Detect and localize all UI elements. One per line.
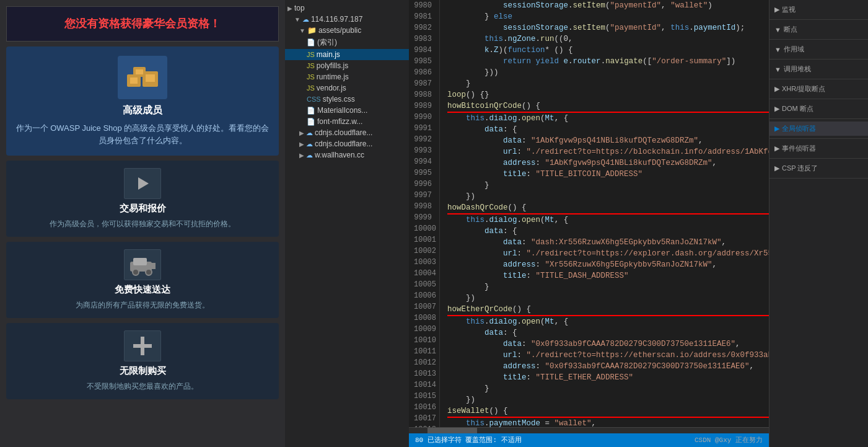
section-global-listener-header[interactable]: ▶ 全局侦听器 bbox=[769, 122, 868, 136]
tree-item-main-js[interactable]: JS main.js bbox=[285, 49, 409, 60]
svg-rect-5 bbox=[136, 69, 143, 74]
tree-item-vendor[interactable]: JS vendor.js bbox=[285, 82, 409, 94]
section-event-listener-header[interactable]: ▶ 事件侦听器 bbox=[769, 141, 868, 156]
tree-item-cdnjs2[interactable]: ▶ ☁ cdnjs.cloudflare... bbox=[285, 138, 409, 149]
section-monitor: ▶ 监视 bbox=[769, 0, 868, 20]
tree-item-runtime[interactable]: JS runtime.js bbox=[285, 71, 409, 82]
line-9992: data: { bbox=[447, 124, 769, 135]
svg-point-9 bbox=[133, 269, 139, 275]
line-9989: loop() {} bbox=[447, 89, 769, 100]
line-9995: address: "1AbKfgvw9psQ41NBLi8kufDQTezwG8… bbox=[447, 157, 769, 169]
line-10002: data: { bbox=[447, 226, 769, 237]
h-scrollbar[interactable] bbox=[409, 427, 769, 433]
line-9986: })) bbox=[447, 67, 769, 78]
line-9980: sessionStorage.setItem("paymentId", "wal… bbox=[447, 0, 769, 11]
tree-item-cdnjs1[interactable]: ▶ ☁ cdnjs.cloudflare... bbox=[285, 127, 409, 138]
event-listener-arrow-icon: ▶ bbox=[774, 144, 779, 153]
line-9987: } bbox=[447, 78, 769, 89]
status-bar: 80 已选择字符 覆盖范围: 不适用 CSDN @Gxy 正在努力 bbox=[409, 433, 769, 447]
section-event-listener: ▶ 事件侦听器 bbox=[769, 139, 868, 159]
tree-item-fontmfizz[interactable]: 📄 font-mfizz.w... bbox=[285, 116, 409, 127]
section-csp-label: CSP 违反了 bbox=[782, 164, 818, 173]
membership-card: 高级成员 作为一个 OWASP Juice Shop 的高级会员享受惊人的好处。… bbox=[6, 46, 279, 156]
feature-card-delivery: 免费快速送达 为商店的所有产品获得无限的免费送货。 bbox=[6, 242, 279, 318]
membership-title: 高级成员 bbox=[123, 104, 162, 117]
section-csp-header[interactable]: ▶ CSP 违反了 bbox=[769, 161, 868, 175]
watermark: CSDN @Gxy 正在努力 bbox=[695, 435, 763, 446]
line-9996: title: "TITLE_BITCOIN_ADDRESS" bbox=[447, 169, 769, 180]
line-9984: k.Z)(function* () { bbox=[447, 45, 769, 56]
line-9997: } bbox=[447, 180, 769, 191]
line-10007: } bbox=[447, 281, 769, 293]
section-scope-header[interactable]: ▼ 作用域 bbox=[769, 42, 868, 56]
line-10020: iseWallet() { bbox=[447, 405, 769, 418]
tree-item-polyfills[interactable]: JS polyfills.js bbox=[285, 60, 409, 71]
line-10013: data: "0x0f933ab9fCAAA782D0279C300D73750… bbox=[447, 339, 769, 350]
global-listener-arrow-icon: ▶ bbox=[774, 125, 779, 133]
csp-arrow-icon: ▶ bbox=[774, 164, 779, 172]
line-9983: this.ngZone.run((0, bbox=[447, 33, 769, 45]
line-10001: this.dialog.open(Mt, { bbox=[447, 215, 769, 226]
line-10010: howEtherQrCode() { bbox=[447, 304, 769, 316]
tree-item-ip[interactable]: ▼ ☁ 114.116.97.187 bbox=[285, 14, 409, 25]
left-card-panel: 您没有资格获得豪华会员资格！ 高级成员 作为一个 OWASP Juice Sho… bbox=[0, 0, 285, 447]
right-debug-panel: ▶ 监视 ▼ 断点 ▼ 作用域 ▼ 调用堆栈 ▶ XHR/提取断 bbox=[769, 0, 868, 447]
section-xhr: ▶ XHR/提取断点 bbox=[769, 79, 868, 99]
svg-rect-8 bbox=[133, 258, 147, 265]
line-10018: }) bbox=[447, 394, 769, 405]
tree-item-assets-public[interactable]: ▼ 📁 assets/public bbox=[285, 25, 409, 36]
boxes-icon bbox=[124, 62, 161, 93]
membership-icon-box bbox=[118, 56, 167, 99]
section-monitor-header[interactable]: ▶ 监视 bbox=[769, 2, 868, 17]
svg-rect-11 bbox=[151, 263, 156, 269]
callstack-arrow-icon: ▼ bbox=[774, 66, 781, 73]
scope-arrow-icon: ▼ bbox=[774, 46, 781, 53]
section-event-listener-label: 事件侦听器 bbox=[782, 144, 816, 153]
section-callstack-label: 调用堆栈 bbox=[784, 64, 811, 74]
section-breakpoints-header[interactable]: ▼ 断点 bbox=[769, 22, 868, 37]
tree-item-top[interactable]: ▶ top bbox=[285, 2, 409, 14]
section-global-listener: ▶ 全局侦听器 bbox=[769, 119, 868, 139]
section-breakpoints-label: 断点 bbox=[784, 25, 797, 34]
error-banner: 您没有资格获得豪华会员资格！ bbox=[6, 6, 279, 42]
line-10004: url: "./redirect?to=https://explorer.das… bbox=[447, 248, 769, 259]
line-9990: howBitcoinQrCode() { bbox=[447, 100, 769, 113]
section-dom: ▶ DOM 断点 bbox=[769, 99, 868, 119]
svg-marker-6 bbox=[138, 177, 149, 190]
code-content: 9980 9981 9982 9983 9984 9985 9986 9987 … bbox=[409, 0, 769, 447]
play-icon bbox=[124, 168, 161, 199]
plus-icon bbox=[124, 330, 161, 361]
line-10016: title: "TITLE_ETHER_ADDRESS" bbox=[447, 372, 769, 383]
line-9991: this.dialog.open(Mt, { bbox=[447, 113, 769, 124]
feature-title-unlimited: 无限制购买 bbox=[120, 365, 166, 377]
line-9981: } else bbox=[447, 11, 769, 22]
feature-card-deals: 交易和报价 作为高级会员，你可以获得独家交易和不可抗拒的价格。 bbox=[6, 161, 279, 237]
section-global-listener-label: 全局侦听器 bbox=[782, 124, 816, 133]
code-editor[interactable]: 9980 9981 9982 9983 9984 9985 9986 9987 … bbox=[409, 0, 769, 447]
code-lines: sessionStorage.setItem("paymentId", "wal… bbox=[440, 0, 769, 447]
feature-desc-delivery: 为商店的所有产品获得无限的免费送货。 bbox=[76, 299, 209, 311]
tree-item-index[interactable]: 📄 (索引) bbox=[285, 36, 409, 49]
svg-point-10 bbox=[146, 269, 152, 275]
membership-desc: 作为一个 OWASP Juice Shop 的高级会员享受惊人的好处。看看您的会… bbox=[15, 122, 270, 146]
feature-card-unlimited: 无限制购买 不受限制地购买您最喜欢的产品。 bbox=[6, 323, 279, 399]
line-10006: title: "TITLE_DASH_ADDRESS" bbox=[447, 270, 769, 281]
feature-desc-deals: 作为高级会员，你可以获得独家交易和不可抗拒的价格。 bbox=[50, 218, 235, 229]
line-numbers: 9980 9981 9982 9983 9984 9985 9986 9987 … bbox=[409, 0, 440, 447]
tree-item-materialicons[interactable]: 📄 MaterialIcons... bbox=[285, 105, 409, 116]
line-9994: url: "./redirect?to=https://blockchain.i… bbox=[447, 146, 769, 157]
breakpoints-arrow-icon: ▼ bbox=[774, 26, 781, 33]
xhr-arrow-icon: ▶ bbox=[774, 85, 779, 93]
line-9998: }) bbox=[447, 191, 769, 202]
monitor-arrow-icon: ▶ bbox=[774, 6, 779, 14]
section-breakpoints: ▼ 断点 bbox=[769, 20, 868, 40]
tree-item-wallhaven[interactable]: ▶ ☁ w.wallhaven.cc bbox=[285, 149, 409, 161]
tree-item-styles[interactable]: CSS styles.css bbox=[285, 94, 409, 105]
section-xhr-header[interactable]: ▶ XHR/提取断点 bbox=[769, 82, 868, 96]
section-dom-header[interactable]: ▶ DOM 断点 bbox=[769, 102, 868, 116]
line-10012: data: { bbox=[447, 327, 769, 339]
svg-rect-3 bbox=[146, 74, 155, 82]
line-9982: sessionStorage.setItem("paymentId", this… bbox=[447, 22, 769, 33]
section-dom-label: DOM 断点 bbox=[782, 104, 813, 113]
section-callstack-header[interactable]: ▼ 调用堆栈 bbox=[769, 62, 868, 76]
